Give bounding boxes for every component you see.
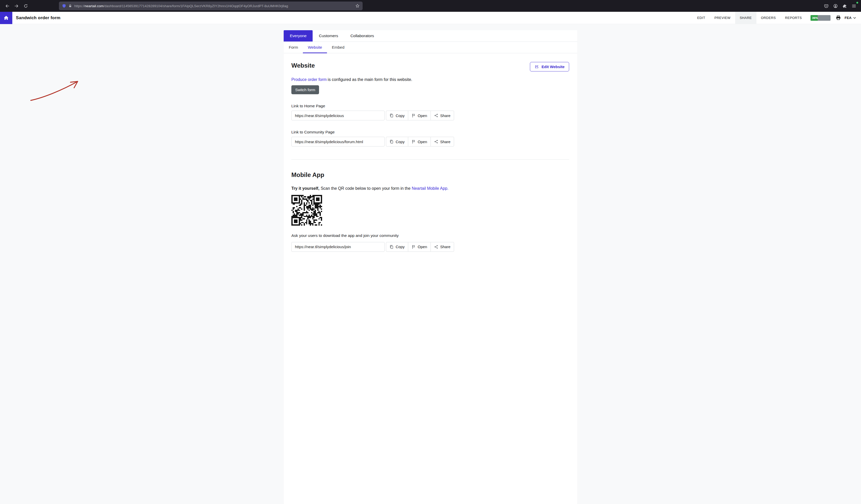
update-notification-dot: [856, 2, 858, 3]
printer-icon: [836, 15, 841, 20]
switch-form-button[interactable]: Switch form: [291, 85, 319, 94]
community-page-url-input[interactable]: [291, 137, 385, 146]
qr-code: [291, 195, 322, 226]
app-nav: EDIT PREVIEW SHARE ORDERS REPORTS: [693, 12, 806, 24]
forward-icon: [14, 4, 19, 8]
share-label: Share: [440, 113, 450, 118]
home-share-button[interactable]: Share: [430, 111, 454, 120]
mobile-app-link[interactable]: Neartail Mobile App.: [412, 186, 448, 191]
tab-form[interactable]: Form: [284, 42, 303, 53]
app-header: Sandwich order form EDIT PREVIEW SHARE O…: [0, 12, 861, 24]
home-copy-button[interactable]: Copy: [386, 111, 408, 120]
ask-users-text: Ask your users to download the app and j…: [291, 233, 569, 238]
community-share-button[interactable]: Share: [430, 137, 454, 146]
share-card: Everyone Customers Collaborators Form We…: [284, 30, 577, 504]
copy-label: Copy: [396, 244, 405, 249]
progress-label: 36%: [812, 16, 818, 19]
reload-icon: [24, 4, 28, 8]
open-flag-icon: [411, 245, 415, 249]
nav-share[interactable]: SHARE: [735, 12, 756, 24]
tab-customers[interactable]: Customers: [313, 30, 344, 42]
reload-button[interactable]: [22, 2, 30, 10]
community-open-button[interactable]: Open: [408, 137, 431, 146]
chevron-down-icon: [853, 17, 856, 19]
account-button[interactable]: [831, 2, 839, 10]
join-share-button[interactable]: Share: [430, 242, 454, 252]
back-icon: [5, 4, 10, 8]
pocket-icon: [824, 4, 829, 8]
edit-website-button[interactable]: Edit Website: [530, 62, 569, 71]
nav-edit[interactable]: EDIT: [693, 12, 710, 24]
community-page-label: Link to Community Page: [291, 130, 569, 135]
main-form-link[interactable]: Produce order form: [291, 77, 327, 82]
tab-embed-label: Embed: [332, 45, 344, 50]
forward-button[interactable]: [12, 2, 20, 10]
community-link-actions: Copy Open Share: [386, 137, 454, 146]
menu-button[interactable]: [850, 2, 858, 10]
share-label: Share: [440, 140, 450, 144]
copy-icon: [390, 140, 394, 144]
page-title: Sandwich order form: [16, 15, 60, 20]
join-open-button[interactable]: Open: [408, 242, 431, 252]
edit-icon: [534, 65, 539, 69]
home-button[interactable]: [0, 12, 12, 24]
progress-bar[interactable]: 36%: [810, 15, 831, 21]
annotation-arrow: [29, 77, 83, 104]
home-link-actions: Copy Open Share: [386, 111, 454, 120]
url-text: https://neartail.com/dashboard/114565391…: [74, 4, 353, 8]
join-link-row: Copy Open Share: [291, 242, 569, 252]
community-copy-button[interactable]: Copy: [386, 137, 408, 146]
extensions-button[interactable]: [840, 2, 849, 10]
section-divider: [291, 159, 569, 159]
tab-everyone[interactable]: Everyone: [284, 30, 313, 42]
audience-tabs: Everyone Customers Collaborators: [284, 30, 577, 42]
open-label: Open: [418, 244, 427, 249]
tab-everyone-label: Everyone: [290, 33, 306, 38]
copy-icon: [390, 113, 394, 117]
url-domain: neartail.com: [85, 4, 104, 8]
nav-preview[interactable]: PREVIEW: [710, 12, 735, 24]
browser-toolbar-right: [822, 2, 858, 10]
print-button[interactable]: [836, 15, 841, 20]
tab-website[interactable]: Website: [303, 42, 327, 53]
share-icon: [434, 140, 438, 144]
share-icon: [434, 245, 438, 249]
website-section: Website Edit Website Produce order formi…: [284, 53, 577, 159]
tab-embed[interactable]: Embed: [327, 42, 349, 53]
nav-orders[interactable]: ORDERS: [756, 12, 780, 24]
lock-icon: [68, 4, 72, 8]
home-page-url-input[interactable]: [291, 111, 385, 120]
share-label: Share: [440, 244, 450, 249]
join-url-input[interactable]: [291, 242, 385, 252]
try-it-text: Try it yourself,Scan the QR code below t…: [291, 186, 569, 191]
home-link-row: Copy Open Share: [291, 111, 569, 120]
open-flag-icon: [411, 140, 415, 144]
copy-icon: [390, 245, 394, 249]
tracking-shield-icon[interactable]: [62, 4, 66, 8]
tab-collaborators-label: Collaborators: [350, 33, 374, 38]
open-label: Open: [418, 113, 427, 118]
back-button[interactable]: [3, 2, 11, 10]
try-it-rest: Scan the QR code below to open your form…: [320, 186, 410, 191]
pocket-button[interactable]: [822, 2, 830, 10]
url-protocol: https://: [74, 4, 85, 8]
browser-chrome: https://neartail.com/dashboard/114565391…: [0, 0, 861, 12]
website-heading: Website: [291, 62, 315, 69]
home-open-button[interactable]: Open: [408, 111, 431, 120]
try-it-bold: Try it yourself,: [291, 186, 319, 191]
home-icon: [3, 15, 9, 21]
config-text: Produce order formis configured as the m…: [291, 77, 569, 82]
mobile-app-section: Mobile App Try it yourself,Scan the QR c…: [284, 171, 577, 272]
tab-collaborators[interactable]: Collaborators: [344, 30, 380, 42]
url-bar[interactable]: https://neartail.com/dashboard/114565391…: [59, 1, 363, 10]
share-icon: [434, 113, 438, 117]
join-copy-button[interactable]: Copy: [386, 242, 408, 252]
config-text-rest: is configured as the main form for this …: [328, 77, 412, 82]
account-menu[interactable]: FEA: [845, 16, 856, 20]
hamburger-icon: [852, 4, 856, 8]
nav-reports[interactable]: REPORTS: [780, 12, 806, 24]
bookmark-star-icon[interactable]: [355, 4, 359, 8]
channel-tabs: Form Website Embed: [284, 42, 577, 53]
mobile-app-heading: Mobile App: [291, 171, 569, 179]
progress-fill: 36%: [810, 15, 818, 21]
